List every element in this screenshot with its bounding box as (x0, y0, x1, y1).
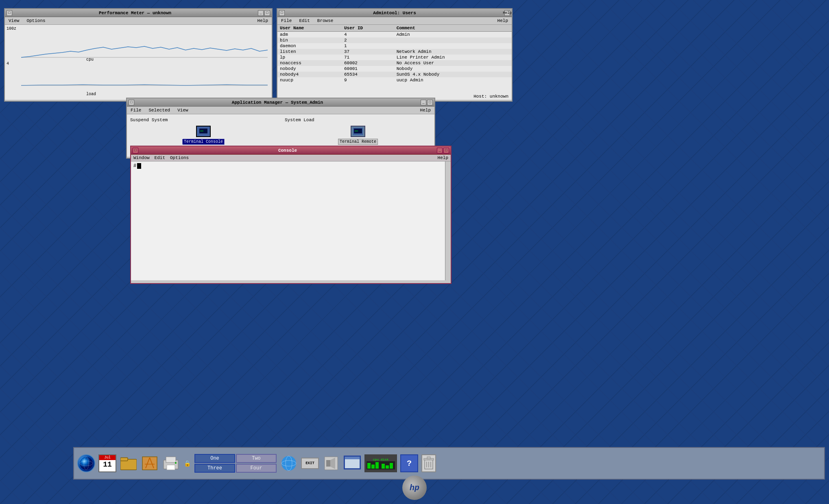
svg-rect-19 (167, 465, 175, 470)
console-scrollbar[interactable] (445, 161, 451, 280)
terminal-console-icon (196, 126, 211, 137)
svg-rect-35 (386, 465, 389, 469)
perf-meter-close-btn[interactable]: □ (7, 10, 12, 16)
globe-visual (77, 454, 95, 472)
console-help-menu[interactable]: Help (438, 155, 448, 160)
printer-svg (162, 456, 180, 471)
appmgr-maximize-btn[interactable]: □ (427, 100, 433, 105)
appmgr-selected-menu[interactable]: Selected (147, 107, 171, 113)
admintool-close-btn[interactable]: □ (279, 10, 285, 16)
console-menubar-left: Window Edit Options (133, 155, 189, 160)
taskbar-calendar-icon[interactable]: Jul 11 (98, 454, 116, 472)
users-table: User Name User ID Comment adm4Admin bin2… (277, 25, 512, 83)
console-prompt-symbol: # (133, 163, 136, 169)
system-load-label: System Load (285, 118, 431, 122)
perf-options-menu[interactable]: Options (25, 18, 46, 24)
table-row[interactable]: nobody465534SunOS 4.x Nobody (277, 72, 512, 77)
admintool-menubar: File Edit Browse Help (277, 17, 512, 25)
perf-meter-menubar: View Options Help (5, 17, 272, 25)
screenshot-svg (343, 455, 361, 471)
console-window: □ Console _ □ Window Edit Options Help # (130, 146, 452, 284)
cpudisk-label: cpu disk (373, 458, 388, 461)
taskbar-globe-icon[interactable] (77, 454, 95, 472)
console-maximize-btn[interactable]: □ (443, 148, 449, 153)
taskbar-globe2-icon[interactable] (280, 454, 298, 472)
cpudisk-graph (367, 461, 395, 469)
console-options-menu[interactable]: Options (170, 155, 189, 160)
taskbar: Jul 11 (73, 447, 825, 480)
taskbar-screenshot-icon[interactable] (343, 454, 361, 472)
hp-logo: hp (402, 476, 427, 500)
svg-rect-34 (382, 464, 385, 469)
svg-rect-13 (142, 457, 157, 470)
folder-svg (120, 456, 137, 471)
workspace-two-btn[interactable]: Two (236, 454, 277, 463)
taskbar-compass-icon[interactable] (141, 454, 159, 472)
globe2-svg (281, 455, 297, 471)
admintool-help-btn[interactable]: Help (504, 10, 510, 16)
taskbar-speaker-icon[interactable] (322, 454, 340, 472)
workspace-four-btn[interactable]: Four (236, 464, 277, 473)
table-row[interactable]: listen37Network Admin (277, 49, 512, 55)
perf-help-menu[interactable]: Help (256, 18, 269, 24)
suspend-system-label: Suspend System (130, 118, 277, 122)
admintool-help-menu[interactable]: Help (496, 18, 509, 24)
admintool-titlebar: □ Admintool: Users Help (277, 9, 512, 17)
table-row[interactable]: nuucp9uucp Admin (277, 77, 512, 83)
workspace-three-btn[interactable]: Three (194, 464, 235, 473)
perf-y-axis-mid: 4 (7, 61, 9, 66)
taskbar-printer-icon[interactable] (162, 454, 180, 472)
appmgr-help-menu[interactable]: Help (419, 107, 432, 113)
table-row[interactable]: daemon1 (277, 43, 512, 49)
taskbar-exit-btn[interactable]: EXIT (301, 458, 319, 469)
calendar-day: 11 (103, 461, 112, 468)
perf-meter-maximize-btn[interactable]: □ (264, 10, 270, 16)
appmgr-minimize-btn[interactable]: _ (421, 100, 426, 105)
appmgr-close-btn[interactable]: □ (129, 100, 134, 105)
console-cursor (137, 163, 141, 169)
taskbar-folder-icon[interactable] (120, 454, 137, 472)
desktop: □ Performance Meter — unknown _ □ View O… (0, 0, 829, 504)
table-row[interactable]: noaccess60002No Access User (277, 60, 512, 66)
console-prompt-line: # (133, 163, 448, 169)
appmgr-section-suspend: Suspend System Terminal Console (130, 118, 277, 145)
table-row[interactable]: nobody60001Nobody (277, 66, 512, 72)
admintool-title: Admintool: Users (285, 11, 504, 15)
perf-meter-controls: _ □ (258, 10, 270, 16)
admintool-content: User Name User ID Comment adm4Admin bin2… (277, 25, 512, 100)
admintool-browse-menu[interactable]: Browse (316, 18, 335, 24)
admintool-file-menu[interactable]: File (280, 18, 293, 24)
taskbar-trash-icon[interactable] (421, 454, 436, 472)
table-row[interactable]: adm4Admin (277, 32, 512, 38)
console-edit-menu[interactable]: Edit (155, 155, 165, 160)
table-row[interactable]: lp71Line Printer Admin (277, 55, 512, 60)
console-window-menu[interactable]: Window (133, 155, 150, 160)
taskbar-help-btn[interactable]: ? (400, 454, 418, 472)
perf-content: 100z 4 cpu load (5, 25, 272, 100)
appmgr-file-menu[interactable]: File (129, 107, 142, 113)
compass-svg (142, 456, 158, 471)
svg-point-20 (175, 462, 177, 464)
console-content[interactable]: # (131, 161, 451, 280)
admintool-edit-menu[interactable]: Edit (298, 18, 311, 24)
appmgr-view-menu[interactable]: View (176, 107, 189, 113)
terminal-remote-icon (351, 126, 365, 137)
svg-rect-25 (326, 460, 330, 467)
console-minimize-btn[interactable]: _ (437, 148, 443, 153)
admintool-footer: Host: unknown (473, 94, 508, 99)
workspace-one-btn[interactable]: One (194, 454, 235, 463)
svg-rect-28 (345, 458, 360, 468)
trash-svg (423, 456, 434, 471)
taskbar-lock-icon: 🔒 (183, 459, 191, 467)
console-menubar: Window Edit Options Help (131, 155, 451, 161)
svg-rect-36 (390, 463, 393, 469)
perf-meter-minimize-btn[interactable]: _ (258, 10, 264, 16)
perf-meter-window: □ Performance Meter — unknown _ □ View O… (4, 8, 273, 102)
terminal-remote-item[interactable]: Terminal Remote (285, 126, 431, 145)
appmgr-menubar: File Selected View Help (127, 107, 434, 114)
appmgr-title: Application Manager — System_Admin (134, 100, 421, 105)
console-close-btn[interactable]: □ (133, 148, 138, 153)
perf-view-menu[interactable]: View (7, 18, 20, 24)
terminal-console-item[interactable]: Terminal Console (130, 126, 277, 145)
table-row[interactable]: bin2 (277, 37, 512, 43)
